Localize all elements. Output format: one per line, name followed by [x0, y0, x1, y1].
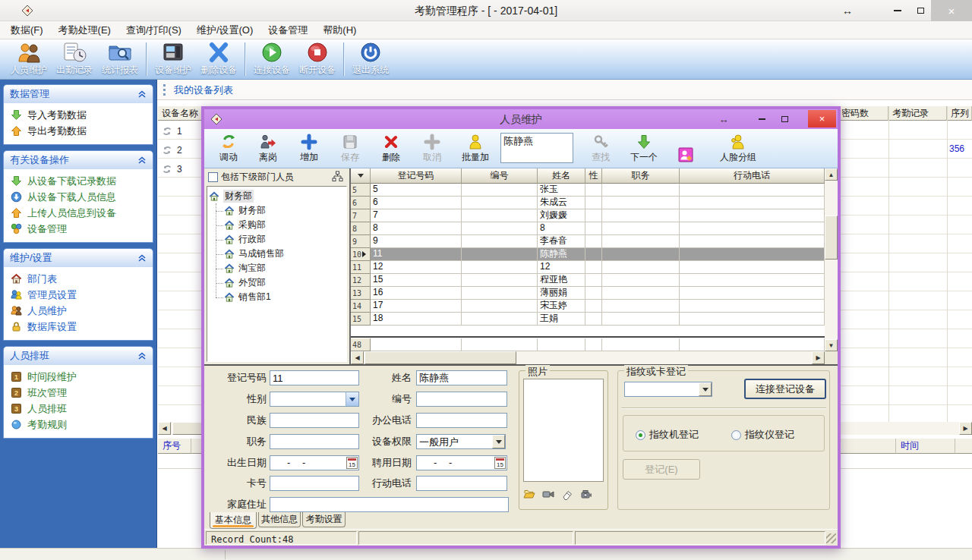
erase-photo-icon[interactable] [561, 488, 573, 500]
sidebar-item-personnel-maintenance[interactable]: 人员维护 [4, 303, 153, 319]
grid-row[interactable]: 66朱成云 [351, 197, 825, 209]
scroll-up-icon[interactable]: ▲ [825, 168, 838, 181]
tab-basic-info[interactable]: 基本信息 [210, 512, 257, 529]
panel-header-scheduling[interactable]: 人员排班 [4, 347, 153, 365]
column-header-reg-no[interactable]: 登记号码 [371, 168, 462, 184]
scroll-left-icon[interactable]: ◀ [351, 351, 364, 364]
menu-device[interactable]: 设备管理 [260, 21, 315, 39]
collapse-chevron-icon[interactable] [137, 351, 147, 360]
name-input[interactable] [416, 370, 507, 385]
grid-row[interactable]: 1215程亚艳 [351, 274, 825, 287]
grid-row[interactable]: 1417宋玉婷 [351, 300, 825, 313]
grid-row[interactable]: 55张玉 [351, 184, 825, 197]
tree-node-department[interactable]: 行政部 [224, 232, 345, 247]
sidebar-item-download-personnel[interactable]: 从设备下载人员信息 [4, 189, 153, 205]
mobile-input[interactable] [416, 476, 507, 491]
fingerprint-device-combobox[interactable] [624, 382, 712, 397]
menu-maintenance[interactable]: 维护/设置(O) [189, 21, 260, 39]
delete-button[interactable]: 删除 [371, 131, 411, 166]
hire-date-picker[interactable]: - -15 [416, 455, 507, 470]
open-photo-icon[interactable] [523, 488, 535, 500]
exit-system-button[interactable]: 退出系统 [348, 41, 393, 77]
grid-vertical-scrollbar[interactable]: ▲ ▼ [825, 168, 838, 351]
tab-attendance-settings[interactable]: 考勤设置 [302, 512, 346, 527]
calendar-icon[interactable]: 15 [494, 457, 506, 469]
search-input[interactable]: 陈静燕 [500, 133, 573, 163]
scroll-right-icon[interactable]: ▶ [959, 422, 972, 435]
include-sub-departments-checkbox[interactable] [208, 172, 218, 182]
batch-add-button[interactable]: 批量加 [453, 131, 497, 166]
collapse-chevron-icon[interactable] [137, 156, 147, 165]
card-no-input[interactable] [270, 476, 359, 491]
tree-node-department[interactable]: 马成销售部 [224, 247, 345, 261]
dialog-minimize-button[interactable] [753, 109, 771, 129]
sidebar-item-attendance-rules[interactable]: 考勤规则 [4, 417, 153, 433]
dialog-restore-icon[interactable]: ↔ [715, 109, 733, 129]
fingerprint-reader-radio[interactable]: 指纹仪登记 [731, 428, 794, 442]
radio-unselected-icon[interactable] [731, 430, 741, 440]
sidebar-item-import-data[interactable]: 导入考勤数据 [4, 107, 153, 123]
scrollbar-thumb[interactable] [364, 351, 516, 364]
sidebar-item-upload-personnel[interactable]: 上传人员信息到设备 [4, 205, 153, 221]
find-button[interactable]: 查找 [581, 131, 620, 166]
face-group-button[interactable]: 人脸分组 [705, 131, 771, 166]
camera-capture-icon[interactable] [542, 488, 554, 500]
grid-row[interactable]: 888 [351, 222, 825, 235]
tree-node-department[interactable]: 财务部 [224, 203, 345, 218]
panel-header-maintenance[interactable]: 维护/设置 [4, 249, 153, 267]
resize-grip[interactable] [826, 533, 836, 543]
tree-node-department[interactable]: 采购部 [224, 218, 345, 232]
column-header-sex[interactable]: 性别 [585, 168, 602, 184]
grid-row[interactable]: 111212 [351, 261, 825, 274]
grid-horizontal-scrollbar[interactable]: ◀ ▶ [351, 351, 825, 364]
attendance-records-button[interactable]: 出勤记录 [52, 41, 97, 77]
device-list-tab[interactable]: 我的设备列表 [174, 83, 233, 97]
add-button[interactable]: 增加 [289, 131, 329, 166]
sex-combobox[interactable] [270, 392, 359, 407]
fingerprint-machine-radio[interactable]: 指纹机登记 [636, 428, 699, 442]
birth-date-picker[interactable]: - -15 [270, 455, 359, 470]
column-header-mobile[interactable]: 行动电话 [680, 168, 825, 184]
ethnic-input[interactable] [270, 413, 359, 428]
column-header-attendance-records[interactable]: 考勤记录 [888, 106, 947, 121]
import-button[interactable] [669, 131, 702, 166]
scroll-right-icon[interactable]: ▶ [812, 351, 825, 364]
duty-input[interactable] [270, 434, 359, 449]
device-row[interactable]: 1 [162, 121, 182, 140]
device-row[interactable]: 2 [162, 140, 182, 159]
transfer-button[interactable]: 调动 [209, 131, 248, 166]
menu-attendance[interactable]: 考勤处理(E) [51, 21, 118, 39]
delete-device-button[interactable]: 删除设备 [196, 41, 241, 77]
close-button[interactable]: × [931, 0, 972, 21]
reg-no-input[interactable] [270, 370, 359, 385]
tree-node-root[interactable]: 财务部 [209, 189, 345, 203]
personnel-maintenance-button[interactable]: 人员维护 [6, 41, 52, 77]
column-header-code[interactable]: 编号 [462, 168, 538, 184]
save-button[interactable]: 保存 [330, 131, 370, 166]
panel-header-data-management[interactable]: 数据管理 [4, 85, 153, 103]
office-phone-input[interactable] [416, 413, 507, 428]
sidebar-item-export-data[interactable]: 导出考勤数据 [4, 123, 153, 139]
menu-query-print[interactable]: 查询/打印(S) [118, 21, 189, 39]
leave-post-button[interactable]: 离岗 [248, 131, 288, 166]
column-header-name[interactable]: 姓名 [538, 168, 585, 184]
connect-enroll-device-button[interactable]: 连接登记设备 [744, 379, 826, 399]
minimize-button[interactable] [887, 0, 908, 21]
maximize-button[interactable] [910, 0, 931, 21]
cancel-button[interactable]: 取消 [412, 131, 452, 166]
column-header-serial[interactable]: 序列 [947, 106, 972, 121]
sidebar-item-shift-management[interactable]: 2班次管理 [4, 385, 153, 401]
scroll-down-icon[interactable]: ▼ [825, 339, 838, 351]
next-button[interactable]: 下一个 [622, 131, 666, 166]
chevron-down-icon[interactable] [492, 435, 505, 448]
column-header-password-count[interactable]: 密码数 [838, 106, 888, 121]
panel-header-device-ops[interactable]: 有关设备操作 [4, 151, 153, 169]
grid-dropdown-header[interactable] [351, 168, 371, 184]
sidebar-item-time-period[interactable]: 1时间段维护 [4, 369, 153, 385]
tree-node-department[interactable]: 销售部1 [224, 290, 345, 304]
sidebar-item-database-settings[interactable]: 数据库设置 [4, 319, 153, 335]
statistics-report-button[interactable]: 统计报表 [97, 41, 143, 77]
sidebar-item-download-records[interactable]: 从设备下载记录数据 [4, 173, 153, 189]
grid-row[interactable]: 99李春音 [351, 235, 825, 248]
tab-other-info[interactable]: 其他信息 [258, 512, 301, 527]
